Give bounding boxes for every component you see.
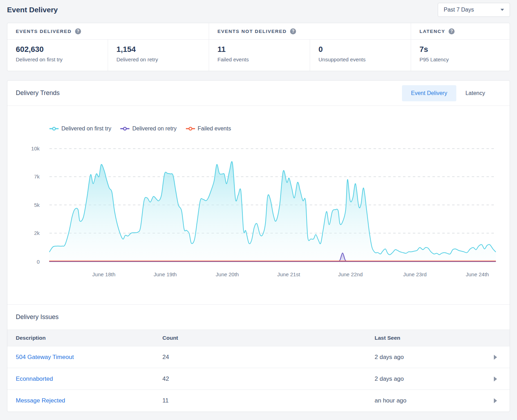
issue-count: 24 (154, 354, 366, 361)
x-axis-tick: June 19th (154, 271, 177, 277)
trends-tabs: Event Delivery Latency (402, 81, 510, 106)
stats-header-latency: LATENCY ? (411, 23, 510, 40)
issues-title: Delivery Issues (16, 313, 59, 321)
metric-value: 7s (419, 45, 510, 54)
x-axis-tick: June 23rd (403, 271, 427, 277)
time-range-dropdown[interactable]: Past 7 Days (438, 3, 510, 17)
help-icon[interactable]: ? (449, 28, 455, 34)
delivery-issues-table: Description Count Last Seen 504 Gateway … (7, 330, 510, 412)
metric-label: Unsupported events (318, 56, 411, 62)
metric-label: P95 Latency (419, 56, 510, 62)
metric-value: 602,630 (16, 45, 108, 54)
x-axis-tick: June 18th (92, 271, 115, 277)
x-axis-tick: June 21st (277, 271, 300, 277)
chevron-right-icon (494, 355, 497, 360)
row-expand-button[interactable] (476, 377, 510, 381)
tab-event-delivery[interactable]: Event Delivery (402, 85, 456, 101)
event-delivery-page: Event Delivery Past 7 Days EVENTS DELIVE… (0, 0, 517, 412)
help-icon[interactable]: ? (290, 28, 296, 34)
issue-link[interactable]: Message Rejected (7, 397, 154, 404)
chevron-right-icon (494, 377, 497, 381)
tab-latency[interactable]: Latency (456, 85, 494, 101)
x-axis-tick: June 20th (216, 271, 239, 277)
stats-header-events-delivered: EVENTS DELIVERED ? (7, 23, 209, 40)
stats-card: EVENTS DELIVERED ? EVENTS NOT DELIVERED … (7, 23, 510, 71)
stats-header-events-not-delivered: EVENTS NOT DELIVERED ? (209, 23, 411, 40)
trends-title: Delivery Trends (16, 89, 60, 97)
issue-last-seen: 2 days ago (366, 354, 476, 361)
row-expand-button[interactable] (476, 355, 510, 360)
delivery-trends-chart: Delivered on first try Delivered on retr… (7, 106, 510, 304)
metric-value: 0 (318, 45, 411, 54)
stats-grid: EVENTS DELIVERED ? EVENTS NOT DELIVERED … (7, 23, 510, 71)
issue-link[interactable]: 504 Gateway Timeout (7, 354, 154, 361)
metric-value: 1,154 (116, 45, 209, 54)
table-row[interactable]: Message Rejected 11 an hour ago (7, 390, 510, 412)
issues-table-header: Description Count Last Seen (7, 330, 510, 346)
table-row[interactable]: 504 Gateway Timeout 24 2 days ago (7, 346, 510, 368)
col-last-seen: Last Seen (366, 335, 476, 341)
metric-label: Delivered on first try (16, 56, 108, 62)
metric-unsupported-events: 0 Unsupported events (310, 40, 411, 71)
chevron-down-icon (501, 9, 504, 11)
metric-p95-latency: 7s P95 Latency (411, 40, 510, 71)
metric-value: 11 (217, 45, 310, 54)
stats-header-label: EVENTS DELIVERED (16, 29, 72, 34)
metric-label: Delivered on retry (116, 56, 209, 62)
chevron-right-icon (494, 398, 497, 403)
stats-header-label: EVENTS NOT DELIVERED (217, 29, 287, 34)
metric-failed-events: 11 Failed events (209, 40, 310, 71)
table-row[interactable]: Econnaborted 42 2 days ago (7, 368, 510, 390)
issue-count: 42 (154, 375, 366, 382)
issue-last-seen: 2 days ago (366, 375, 476, 382)
x-axis-tick: June 24th (466, 271, 489, 277)
chart-canvas (7, 106, 511, 304)
issue-link[interactable]: Econnaborted (7, 375, 154, 382)
time-range-value: Past 7 Days (444, 7, 474, 13)
metric-label: Failed events (217, 56, 310, 62)
col-description: Description (7, 335, 154, 341)
delivery-trends-card: Delivery Trends Event Delivery Latency D… (7, 80, 510, 412)
help-icon[interactable]: ? (75, 28, 81, 34)
col-count: Count (154, 335, 366, 341)
row-expand-button[interactable] (476, 398, 510, 403)
stats-header-label: LATENCY (419, 29, 445, 34)
issue-count: 11 (154, 397, 366, 404)
page-title: Event Delivery (7, 6, 58, 14)
metric-delivered-retry: 1,154 Delivered on retry (108, 40, 209, 71)
metric-delivered-first-try: 602,630 Delivered on first try (7, 40, 108, 71)
trends-header: Delivery Trends Event Delivery Latency (7, 81, 510, 106)
issues-heading-row: Delivery Issues (7, 304, 510, 330)
top-bar: Event Delivery Past 7 Days (7, 0, 510, 16)
issue-last-seen: an hour ago (366, 397, 476, 404)
x-axis-tick: June 22nd (338, 271, 363, 277)
